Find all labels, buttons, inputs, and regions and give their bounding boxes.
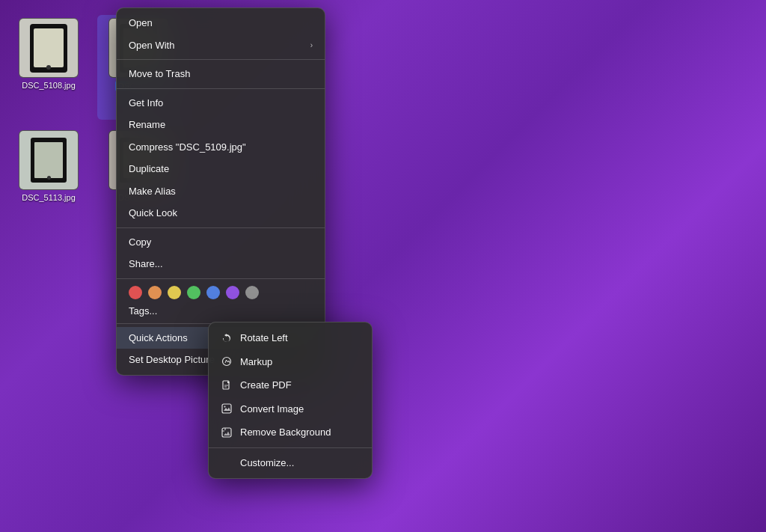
- separator-4: [117, 278, 325, 279]
- menu-item-duplicate[interactable]: Duplicate: [117, 158, 325, 180]
- submenu-item-remove-background[interactable]: Remove Background: [209, 421, 372, 444]
- tag-dot-green[interactable]: [187, 286, 200, 299]
- file-label-5108: DSC_5108.jpg: [22, 81, 76, 90]
- menu-item-compress[interactable]: Compress "DSC_5109.jpg": [117, 136, 325, 159]
- svg-rect-4: [222, 404, 231, 413]
- thumbnail-5113: [19, 130, 79, 190]
- tag-dot-blue[interactable]: [206, 286, 220, 299]
- submenu-item-convert-image[interactable]: Convert Image: [209, 397, 372, 421]
- convert-image-icon: [221, 403, 233, 415]
- tag-dot-red[interactable]: [129, 286, 142, 299]
- chevron-right-icon: ›: [310, 40, 313, 51]
- svg-point-5: [224, 406, 226, 408]
- desktop: DSC_5108.jpg DSC_5109: [0, 0, 766, 532]
- rotate-left-icon: [221, 332, 233, 344]
- tags-row: [117, 282, 325, 303]
- menu-item-rename[interactable]: Rename: [117, 114, 325, 136]
- menu-item-copy[interactable]: Copy: [117, 231, 325, 254]
- menu-item-open[interactable]: Open: [117, 12, 325, 34]
- separator-1: [117, 59, 325, 60]
- submenu-separator: [209, 447, 372, 448]
- menu-item-move-to-trash[interactable]: Move to Trash: [117, 63, 325, 85]
- thumbnail-5108: [19, 18, 79, 78]
- tag-dot-purple[interactable]: [226, 286, 239, 299]
- submenu-item-rotate-left[interactable]: Rotate Left: [209, 326, 372, 350]
- tag-dot-yellow[interactable]: [168, 286, 181, 299]
- file-label-5113: DSC_5113.jpg: [22, 193, 76, 202]
- svg-rect-6: [222, 428, 231, 437]
- menu-item-quick-look[interactable]: Quick Look: [117, 202, 325, 224]
- submenu-item-create-pdf[interactable]: Create PDF: [209, 373, 372, 397]
- markup-icon: [221, 355, 233, 367]
- remove-background-icon: [221, 426, 233, 438]
- menu-item-share[interactable]: Share...: [117, 253, 325, 275]
- file-icon-5108[interactable]: DSC_5108.jpg: [7, 15, 90, 120]
- file-icon-5113[interactable]: DSC_5113.jpg: [7, 127, 90, 232]
- menu-item-get-info[interactable]: Get Info: [117, 92, 325, 114]
- context-menu: Open Open With › Move to Trash Get Info …: [116, 7, 325, 376]
- submenu-item-markup[interactable]: Markup: [209, 350, 372, 374]
- separator-3: [117, 227, 325, 228]
- customize-icon: [221, 456, 233, 468]
- separator-2: [117, 88, 325, 89]
- tags-label[interactable]: Tags...: [117, 303, 325, 320]
- submenu-item-customize[interactable]: Customize...: [209, 451, 372, 475]
- menu-item-make-alias[interactable]: Make Alias: [117, 180, 325, 203]
- tag-dot-gray[interactable]: [245, 286, 259, 299]
- tag-dot-orange[interactable]: [148, 286, 162, 299]
- create-pdf-icon: [221, 379, 233, 391]
- quick-actions-submenu: Rotate Left Markup Create PDF: [208, 322, 373, 479]
- menu-item-open-with[interactable]: Open With ›: [117, 34, 325, 57]
